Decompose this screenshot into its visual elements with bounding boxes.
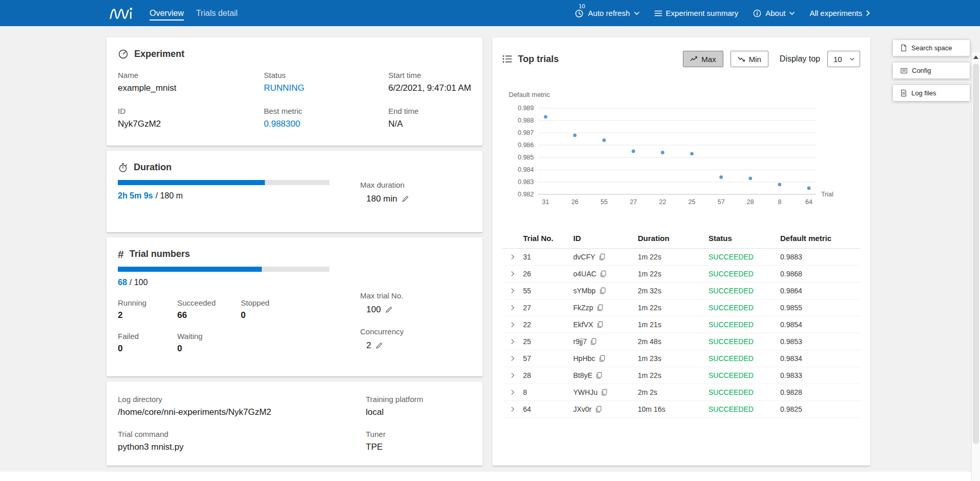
copy-icon[interactable] — [590, 338, 597, 345]
cell-duration: 1m 22s — [638, 270, 708, 278]
table-row[interactable]: 27 FkZzp 1m 22s SUCCEEDED 0.9855 — [503, 299, 860, 316]
experiment-summary-button[interactable]: Experiment summary — [654, 9, 739, 17]
max-duration-value: 180 min — [366, 194, 397, 204]
row-expand-button[interactable] — [503, 406, 523, 412]
row-expand-button[interactable] — [503, 288, 523, 294]
table-row[interactable]: 31 dvCFY 1m 22s SUCCEEDED 0.9883 — [503, 249, 860, 266]
search-space-icon — [901, 44, 907, 52]
tab-overview[interactable]: Overview — [150, 6, 184, 21]
search-space-button[interactable]: Search space — [893, 40, 970, 56]
max-button[interactable]: Max — [683, 51, 723, 67]
row-expand-button[interactable] — [503, 389, 523, 395]
trial-id-text: EkfVX — [573, 320, 593, 329]
top-trials-table: Trial No. ID Duration Status Default met… — [503, 228, 860, 418]
nav-right: 10 Auto refresh Experiment summary — [574, 8, 870, 18]
trend-down-icon — [738, 56, 745, 62]
trials-done: 68 — [118, 278, 127, 287]
header-id: ID — [573, 234, 638, 243]
copy-icon[interactable] — [596, 372, 602, 379]
right-rail: Search space Config Log files — [893, 40, 970, 101]
trial-progress-fill — [118, 267, 262, 272]
row-expand-button[interactable] — [503, 305, 523, 311]
trial-progress-text: 68/ 100 — [118, 278, 329, 287]
tab-trials-detail[interactable]: Trials detail — [196, 6, 238, 21]
duration-card-title: Duration — [134, 162, 172, 173]
counter-running: Running 2 — [118, 298, 177, 320]
scrollbar-thumb[interactable] — [973, 64, 979, 444]
row-expand-button[interactable] — [503, 372, 523, 378]
trial-numbers-title-row: # Trial numbers — [118, 249, 471, 259]
experiment-summary-label: Experiment summary — [666, 9, 739, 17]
table-row[interactable]: 57 HpHbc 1m 23s SUCCEEDED 0.9834 — [503, 350, 860, 367]
field-best-metric: Best metric 0.988300 — [264, 107, 388, 129]
cell-status: SUCCEEDED — [708, 371, 780, 379]
cell-trial-no: 55 — [523, 287, 573, 295]
row-expand-button[interactable] — [503, 338, 523, 345]
auto-refresh-control[interactable]: 10 Auto refresh — [574, 8, 640, 18]
min-button[interactable]: Min — [731, 51, 768, 67]
log-files-button[interactable]: Log files — [893, 85, 970, 101]
copy-icon[interactable] — [599, 355, 606, 362]
copy-icon[interactable] — [595, 406, 602, 413]
vertical-scrollbar[interactable] — [971, 52, 980, 481]
duration-progress-fill — [118, 180, 265, 185]
trend-up-icon — [690, 56, 698, 62]
top-trials-controls: Max Min Display top 10 — [683, 51, 860, 67]
about-label: About — [765, 9, 785, 17]
row-expand-button[interactable] — [503, 254, 523, 260]
copy-icon[interactable] — [597, 321, 603, 328]
nav-tabs: Overview Trials detail — [150, 6, 238, 21]
stopwatch-icon — [118, 162, 128, 173]
cell-duration: 1m 23s — [638, 354, 708, 363]
cell-id: YWHJu — [573, 388, 638, 396]
table-row[interactable]: 25 r9jj7 2m 48s SUCCEEDED 0.9853 — [503, 333, 860, 350]
header-duration: Duration — [638, 234, 708, 243]
max-duration-label: Max duration — [360, 181, 409, 189]
field-name: Name example_mnist — [118, 71, 264, 93]
nni-logo[interactable] — [109, 5, 134, 22]
row-expand-button[interactable] — [503, 322, 523, 328]
svg-text:0.983: 0.983 — [518, 178, 534, 186]
counter-failed: Failed 0 — [118, 332, 177, 354]
about-menu[interactable]: About — [753, 9, 795, 18]
edit-icon[interactable] — [402, 195, 409, 203]
table-row[interactable]: 28 Bt8yE 1m 22s SUCCEEDED 0.9833 — [503, 367, 860, 384]
copy-icon[interactable] — [600, 270, 607, 277]
top-trials-card: Top trials Max Min Display — [492, 37, 870, 466]
table-row[interactable]: 22 EkfVX 1m 21s SUCCEEDED 0.9854 — [503, 316, 860, 333]
cell-trial-no: 26 — [523, 270, 573, 278]
concurrency-block: Concurrency 2 — [360, 327, 404, 351]
copy-icon[interactable] — [599, 253, 606, 260]
chevron-right-icon — [511, 322, 515, 328]
trial-id-text: HpHbc — [573, 354, 595, 363]
cell-status: SUCCEEDED — [708, 304, 780, 312]
svg-text:0.984: 0.984 — [518, 166, 534, 173]
row-expand-button[interactable] — [503, 271, 523, 277]
trial-numbers-edit-column: Max trial No. 100 Concurrency 2 — [360, 291, 404, 354]
row-expand-button[interactable] — [503, 355, 523, 362]
copy-icon[interactable] — [599, 287, 606, 294]
table-row[interactable]: 55 sYMbp 2m 32s SUCCEEDED 0.9864 — [503, 283, 860, 299]
svg-text:8: 8 — [778, 198, 781, 206]
concurrency-value: 2 — [366, 340, 371, 351]
cell-id: dvCFY — [573, 253, 638, 261]
display-top-select[interactable]: 10 — [827, 51, 860, 67]
table-row[interactable]: 8 YWHJu 2m 2s SUCCEEDED 0.9828 — [503, 384, 860, 401]
config-button[interactable]: Config — [893, 63, 970, 78]
cell-default-metric: 0.9883 — [780, 253, 860, 261]
header-status: Status — [708, 234, 780, 243]
chevron-right-icon — [511, 372, 515, 378]
cell-default-metric: 0.9834 — [780, 354, 860, 363]
header-trial-no: Trial No. — [523, 234, 573, 243]
edit-icon[interactable] — [385, 306, 392, 313]
copy-icon[interactable] — [597, 304, 603, 311]
all-experiments-link[interactable]: All experiments — [809, 9, 870, 17]
table-row[interactable]: 26 o4UAC 1m 22s SUCCEEDED 0.9868 — [503, 266, 860, 283]
copy-icon[interactable] — [601, 389, 608, 396]
edit-icon[interactable] — [376, 342, 383, 349]
table-row[interactable]: 64 JXv0r 10m 16s SUCCEEDED 0.9825 — [503, 401, 860, 418]
duration-progress-track — [118, 180, 329, 185]
scroll-up-arrow[interactable] — [973, 55, 978, 59]
svg-text:31: 31 — [542, 198, 549, 206]
cell-duration: 10m 16s — [638, 405, 708, 413]
